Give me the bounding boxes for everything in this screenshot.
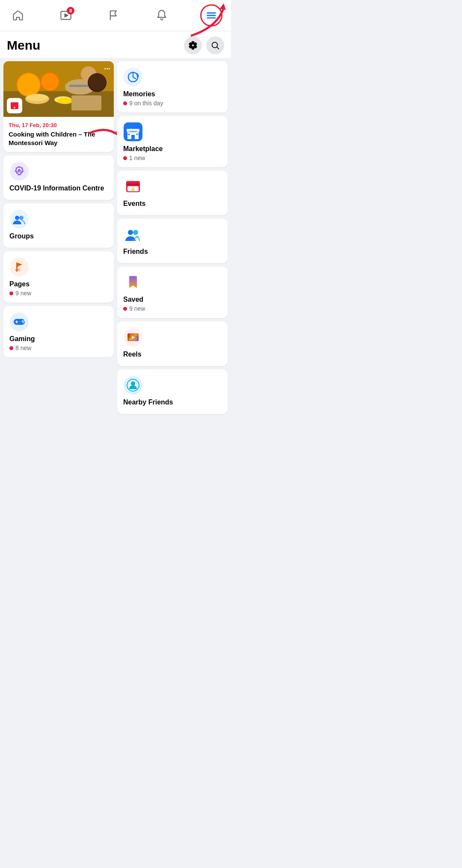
gaming-icon [9,312,29,332]
home-nav-button[interactable] [9,6,27,25]
svg-point-39 [10,258,29,276]
nearby-title: Nearby Friends [123,398,222,406]
svg-rect-41 [15,269,20,271]
event-card[interactable]: ··· Thu, 17 Feb, 20:30 Cooking with Chil… [3,61,114,152]
event-card-body: Thu, 17 Feb, 20:30 Cooking with Children… [3,117,114,152]
svg-point-48 [23,322,24,323]
bell-nav-button[interactable] [152,6,171,25]
page-title: Menu [7,38,40,53]
marketplace-title: Marketplace [123,145,222,153]
search-button[interactable] [206,36,224,54]
marketplace-icon [123,122,143,142]
memories-title: Memories [123,90,222,98]
svg-point-18 [26,94,48,101]
friends-title: Friends [123,248,222,256]
memories-card[interactable]: Memories 9 on this day [117,61,228,113]
svg-rect-15 [69,85,91,87]
memories-icon [123,67,143,87]
friends-card[interactable]: Friends [117,219,228,263]
marketplace-card[interactable]: Marketplace 1 new [117,116,228,167]
svg-line-7 [217,47,219,49]
events-icon [123,177,143,196]
groups-card[interactable]: Groups [3,203,114,248]
top-navigation: 8 [0,0,231,31]
reels-icon [123,327,143,347]
groups-title: Groups [9,232,108,240]
memories-dot [123,101,127,105]
page-header: Menu [0,31,231,58]
svg-rect-45 [16,321,17,323]
svg-rect-59 [128,134,130,135]
reels-title: Reels [123,351,222,358]
event-calendar-badge [7,98,22,113]
pages-icon [9,257,29,277]
nearby-friends-card[interactable]: Nearby Friends [117,369,228,414]
header-actions [184,36,224,54]
friends-icon [123,225,143,244]
right-column: Memories 9 on this day [117,61,228,414]
svg-marker-54 [114,131,117,135]
svg-rect-21 [71,95,101,110]
event-date: Thu, 17 Feb, 20:30 [9,122,109,128]
svg-point-13 [41,73,59,90]
pages-title: Pages [9,280,108,288]
svg-rect-58 [131,135,135,139]
svg-rect-63 [126,184,140,185]
saved-icon [123,273,143,292]
svg-point-23 [89,73,106,90]
gaming-card[interactable]: Gaming 8 new [3,306,114,357]
saved-card[interactable]: Saved 9 new [117,267,228,318]
groups-icon [9,209,29,229]
svg-point-67 [133,230,138,235]
left-column: ··· Thu, 17 Feb, 20:30 Cooking with Chil… [3,61,114,414]
gaming-dot [9,346,13,350]
pages-badge: 9 new [9,290,108,297]
svg-point-20 [57,98,73,104]
marketplace-wrapper: Marketplace 1 new [117,116,228,167]
saved-title: Saved [123,296,222,303]
pages-card[interactable]: Pages 9 new [3,251,114,303]
svg-rect-25 [11,102,18,105]
events-title: Events [123,200,222,208]
nearby-icon [123,375,143,395]
svg-point-76 [131,381,135,386]
menu-nav-button[interactable] [200,4,222,27]
pages-dot [9,291,13,295]
event-more-button[interactable]: ··· [104,65,110,74]
event-title: Cooking with Children – The Montessori W… [9,130,109,147]
covid-card[interactable]: COVID-19 Information Centre [3,155,114,200]
svg-point-38 [19,216,24,220]
gaming-badge: 8 new [9,345,108,351]
covid-title: COVID-19 Information Centre [9,184,108,192]
svg-rect-60 [136,134,138,135]
settings-button[interactable] [184,36,202,54]
reels-card[interactable]: Reels [117,321,228,366]
saved-dot [123,307,127,311]
svg-point-36 [10,210,29,229]
svg-point-46 [22,321,23,322]
svg-marker-1 [65,14,68,17]
video-badge: 8 [67,7,74,15]
memories-badge: 9 on this day [123,100,222,107]
gaming-title: Gaming [9,335,108,343]
events-card[interactable]: Events [117,171,228,215]
flag-nav-button[interactable] [104,6,123,25]
covid-icon [9,161,29,181]
video-nav-button[interactable]: 8 [56,6,75,25]
svg-point-66 [128,230,133,235]
marketplace-badge: 1 new [123,155,222,161]
svg-point-11 [18,74,40,96]
marketplace-dot [123,156,127,160]
main-content: ··· Thu, 17 Feb, 20:30 Cooking with Chil… [0,58,231,417]
event-image: ··· [3,61,114,117]
saved-badge: 9 new [123,305,222,312]
svg-point-47 [24,321,25,322]
svg-point-37 [15,216,19,220]
